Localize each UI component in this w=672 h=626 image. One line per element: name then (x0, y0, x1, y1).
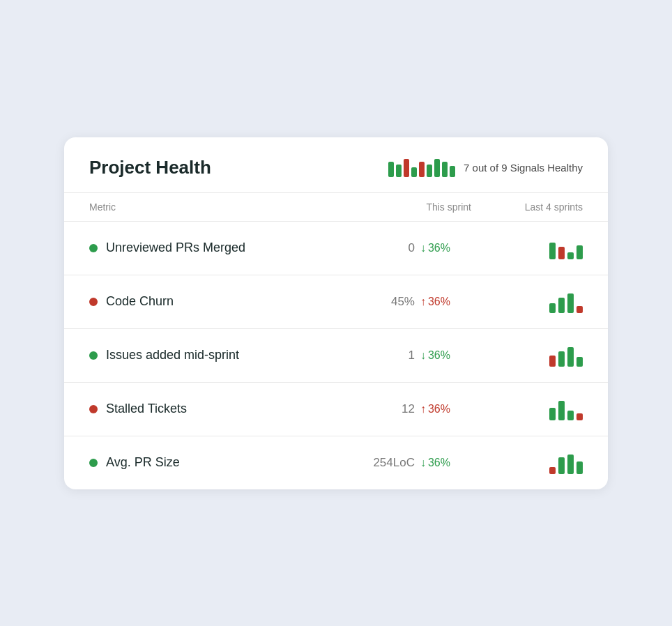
change-percent: 36% (428, 296, 450, 308)
status-dot (89, 351, 98, 360)
table-row: Unreviewed PRs Merged036% (64, 222, 608, 275)
signal-bar (442, 162, 448, 177)
metric-name: Stalled Tickets (106, 402, 187, 416)
metric-change: 36% (420, 457, 450, 469)
mini-bar-chart (471, 291, 583, 313)
mini-bar (576, 306, 583, 313)
mini-bar (549, 467, 556, 474)
mini-bar (576, 461, 583, 474)
arrow-down-icon (420, 242, 426, 254)
mini-bar (567, 455, 574, 474)
mini-bar (558, 298, 565, 313)
mini-bar (558, 247, 565, 259)
mini-bar (549, 408, 556, 420)
metric-current-value: 0 (408, 241, 415, 255)
mini-bar (567, 293, 574, 313)
metric-label: Avg. PR Size (89, 455, 318, 470)
table-row: Stalled Tickets1236% (64, 383, 608, 436)
change-percent: 36% (428, 457, 450, 469)
change-percent: 36% (428, 403, 450, 415)
metric-change: 36% (420, 242, 450, 254)
mini-bar (567, 252, 574, 259)
mini-bar (549, 356, 556, 367)
project-health-card: Project Health 7 out of 9 Signals Health… (64, 137, 608, 489)
table-row: Code Churn45%36% (64, 275, 608, 329)
signal-bar (396, 165, 402, 177)
mini-bar-chart (471, 398, 583, 420)
mini-bar (549, 243, 556, 259)
mini-bar (576, 245, 583, 259)
metric-current-value: 1 (408, 349, 415, 362)
signal-bar (419, 162, 425, 177)
signal-bar (434, 159, 440, 177)
change-percent: 36% (428, 349, 450, 362)
signal-bar (388, 162, 394, 177)
arrow-down-icon (420, 457, 426, 469)
metric-value-cell: 136% (318, 349, 471, 362)
table-header: Metric This sprint Last 4 sprints (64, 193, 608, 222)
mini-bar (576, 413, 583, 420)
health-indicator: 7 out of 9 Signals Healthy (388, 158, 583, 177)
table-row: Avg. PR Size254LoC36% (64, 436, 608, 489)
metric-label: Issues added mid-sprint (89, 348, 318, 362)
card-title: Project Health (89, 157, 211, 178)
metric-change: 36% (420, 296, 450, 308)
signal-bar (450, 166, 455, 177)
mini-bar (558, 351, 565, 367)
metric-change: 36% (420, 403, 450, 415)
metric-current-value: 254LoC (373, 456, 415, 470)
table-row: Issues added mid-sprint136% (64, 329, 608, 383)
signal-bar (404, 159, 409, 177)
metric-label: Stalled Tickets (89, 402, 318, 416)
metric-name: Issues added mid-sprint (106, 348, 239, 362)
metric-current-value: 45% (391, 295, 415, 309)
metric-name: Unreviewed PRs Merged (106, 241, 245, 255)
mini-bar (558, 401, 565, 420)
change-percent: 36% (428, 242, 450, 254)
metric-label: Code Churn (89, 294, 318, 309)
metric-change: 36% (420, 349, 450, 362)
metric-current-value: 12 (402, 402, 415, 416)
metric-label: Unreviewed PRs Merged (89, 241, 318, 255)
status-dot (89, 244, 98, 252)
arrow-down-icon (420, 349, 426, 362)
mini-bar-chart (471, 452, 583, 474)
mini-bar-chart (471, 237, 583, 259)
col-last-sprints: Last 4 sprints (471, 201, 583, 213)
metric-value-cell: 036% (318, 241, 471, 255)
status-dot (89, 459, 98, 467)
mini-bar (567, 411, 574, 420)
metric-value-cell: 45%36% (318, 295, 471, 309)
metric-value-cell: 254LoC36% (318, 456, 471, 470)
signal-bars-group (388, 158, 455, 177)
arrow-up-icon (420, 403, 426, 415)
mini-bar (558, 457, 565, 474)
metric-rows: Unreviewed PRs Merged036%Code Churn45%36… (64, 222, 608, 489)
status-dot (89, 405, 98, 413)
signal-bar (427, 165, 432, 177)
metric-value-cell: 1236% (318, 402, 471, 416)
col-metric: Metric (89, 201, 318, 213)
metric-name: Code Churn (106, 294, 174, 309)
card-header: Project Health 7 out of 9 Signals Health… (64, 137, 608, 193)
signal-bar (411, 167, 417, 177)
mini-bar (549, 303, 556, 313)
metric-name: Avg. PR Size (106, 455, 180, 470)
mini-bar-chart (471, 344, 583, 367)
col-this-sprint: This sprint (318, 201, 471, 213)
status-dot (89, 298, 98, 306)
mini-bar (567, 347, 574, 367)
mini-bar (576, 357, 583, 367)
arrow-up-icon (420, 296, 426, 308)
health-summary-text: 7 out of 9 Signals Healthy (464, 162, 583, 174)
